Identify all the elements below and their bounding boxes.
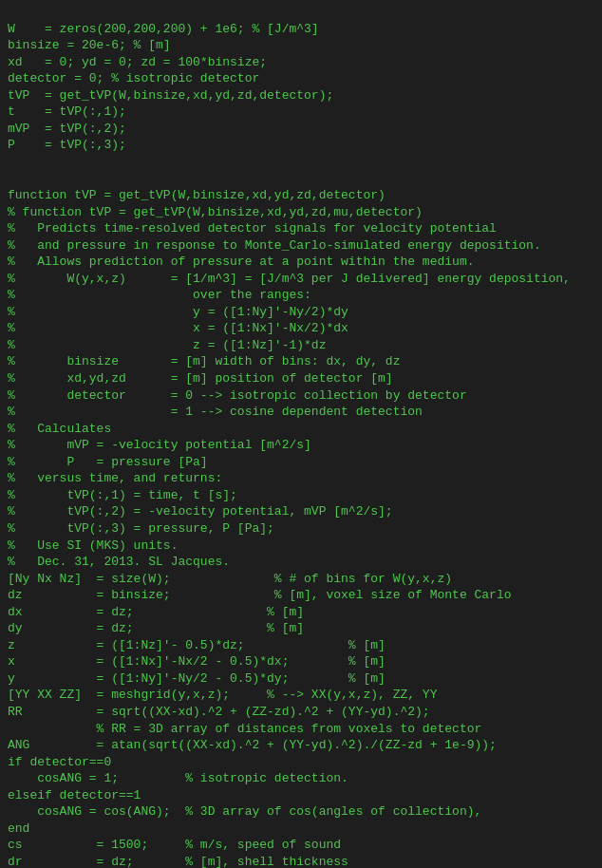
code-line: tVP = get_tVP(W,binsize,xd,yd,zd,detecto… <box>8 87 594 104</box>
code-line: % detector = 0 --> isotropic collection … <box>8 387 594 405</box>
code-line: detector = 0; % isotropic detector <box>8 70 594 87</box>
code-line: P = tVP(:,3); <box>8 137 594 154</box>
code-line: t = tVP(:,1); <box>8 104 594 121</box>
code-line: % tVP(:,1) = time, t [s]; <box>8 487 594 504</box>
code-line: % z = ([1:Nz]'-1)*dz <box>8 337 594 354</box>
code-line: x = ([1:Nx]'-Nx/2 - 0.5)*dx; % [m] <box>8 653 594 670</box>
code-line: % Use SI (MKS) units. <box>8 538 594 555</box>
code-line: dz = binsize; % [m], voxel size of Monte… <box>8 587 594 604</box>
code-line: % mVP = -velocity potential [m^2/s] <box>8 437 594 454</box>
code-line: % Predicts time-resolved detector signal… <box>8 220 594 237</box>
code-line: binsize = 20e-6; % [m] <box>8 37 594 54</box>
code-line: % function tVP = get_tVP(W,binsize,xd,yd… <box>8 204 594 221</box>
code-line: RR = sqrt((XX-xd).^2 + (ZZ-zd).^2 + (YY-… <box>8 704 594 721</box>
code-line: % tVP(:,3) = pressure, P [Pa]; <box>8 520 594 538</box>
code-line: % W(y,x,z) = [1/m^3] = [J/m^3 per J deli… <box>8 271 594 288</box>
code-line: % Allows prediction of pressure at a poi… <box>8 254 594 271</box>
code-line: % xd,yd,zd = [m] position of detector [m… <box>8 370 594 387</box>
code-line: ANG = atan(sqrt((XX-xd).^2 + (YY-yd).^2)… <box>8 737 594 754</box>
code-line: W = zeros(200,200,200) + 1e6; % [J/m^3] <box>8 21 594 38</box>
code-line: % P = pressure [Pa] <box>8 454 594 471</box>
code-line: [Ny Nx Nz] = size(W); % # of bins for W(… <box>8 571 594 588</box>
code-line: z = ([1:Nz]'- 0.5)*dz; % [m] <box>8 637 594 654</box>
code-line: % and pressure in response to Monte_Carl… <box>8 237 594 255</box>
code-line: % RR = 3D array of distances from voxels… <box>8 721 594 738</box>
code-line: end <box>8 821 594 838</box>
code-line: % = 1 --> cosine dependent detection <box>8 404 594 421</box>
code-line: if detector==0 <box>8 754 594 771</box>
code-line: % Dec. 31, 2013. SL Jacques. <box>8 554 594 571</box>
code-line: % y = ([1:Ny]'-Ny/2)*dy <box>8 304 594 321</box>
code-line: % binsize = [m] width of bins: dx, dy, d… <box>8 353 594 370</box>
code-line: mVP = tVP(:,2); <box>8 121 594 138</box>
code-block: W = zeros(200,200,200) + 1e6; % [J/m^3]b… <box>0 0 602 868</box>
code-line: y = ([1:Ny]'-Ny/2 - 0.5)*dy; % [m] <box>8 670 594 688</box>
code-line: % over the ranges: <box>8 287 594 304</box>
code-line <box>8 170 594 187</box>
code-line: [YY XX ZZ] = meshgrid(y,x,z); % --> XX(y… <box>8 687 594 704</box>
code-line: dy = dz; % [m] <box>8 620 594 637</box>
code-line: % versus time, and returns: <box>8 470 594 487</box>
code-line: % tVP(:,2) = -velocity potential, mVP [m… <box>8 503 594 520</box>
code-line: function tVP = get_tVP(W,binsize,xd,yd,z… <box>8 187 594 204</box>
code-line: elseif detector==1 <box>8 787 594 804</box>
code-line: dx = dz; % [m] <box>8 604 594 621</box>
code-line <box>8 154 594 171</box>
code-line: % x = ([1:Nx]'-Nx/2)*dx <box>8 320 594 337</box>
code-line: cosANG = 1; % isotropic detection. <box>8 770 594 787</box>
code-line: xd = 0; yd = 0; zd = 100*binsize; <box>8 54 594 71</box>
code-line: cs = 1500; % m/s, speed of sound <box>8 837 594 854</box>
code-line: % Calculates <box>8 421 594 438</box>
code-line: cosANG = cos(ANG); % 3D array of cos(ang… <box>8 803 594 821</box>
code-line: dr = dz; % [m], shell thickness <box>8 854 594 868</box>
